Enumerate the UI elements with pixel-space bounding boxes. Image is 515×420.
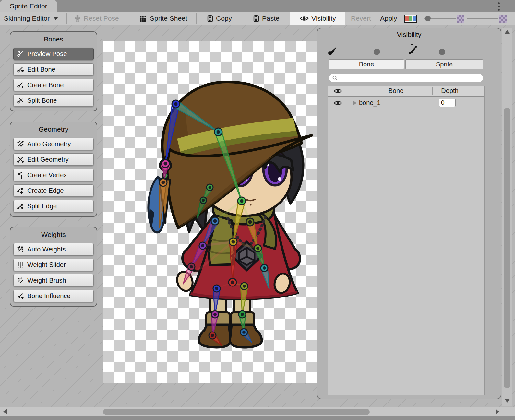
split-edge-label: Split Edge: [27, 203, 57, 210]
opacity-slider-2-track[interactable]: [467, 18, 498, 19]
bone-influence-button[interactable]: Bone Influence: [13, 290, 94, 302]
color-swatch-button[interactable]: [404, 15, 417, 23]
depth-input[interactable]: [439, 99, 456, 107]
sprite-sheet-label: Sprite Sheet: [150, 15, 187, 22]
tab-sprite[interactable]: Sprite: [405, 59, 483, 69]
weights-panel-title: Weights: [10, 229, 97, 240]
auto-geometry-button[interactable]: Auto Geometry: [13, 138, 94, 150]
create-vertex-icon: [17, 171, 24, 179]
revert-button[interactable]: Revert: [351, 12, 371, 25]
vertical-scrollbar[interactable]: [502, 28, 512, 406]
eye-icon: [300, 15, 309, 22]
bone-influence-label: Bone Influence: [27, 292, 70, 300]
scroll-left-icon[interactable]: [3, 409, 7, 414]
expander-triangle-icon[interactable]: [353, 100, 356, 106]
column-depth[interactable]: Depth: [437, 87, 463, 95]
scroll-right-icon[interactable]: [496, 409, 499, 414]
create-vertex-button[interactable]: Create Vertex: [13, 169, 94, 181]
edit-bone-button[interactable]: Edit Bone: [13, 63, 94, 76]
visibility-panel-title: Visibility: [317, 31, 501, 39]
bone-opacity-slider-track[interactable]: [341, 52, 400, 52]
tab-title: Sprite Editor: [10, 2, 47, 10]
chevron-down-icon: [54, 17, 58, 20]
create-edge-button[interactable]: Create Edge: [13, 184, 94, 197]
paste-icon: [253, 15, 259, 22]
toolbar-separator: [130, 13, 130, 24]
bone-opacity-icon: [327, 44, 339, 56]
preview-pose-button[interactable]: Preview Pose: [13, 48, 94, 60]
split-bone-icon: [17, 97, 24, 104]
vertical-scrollbar-thumb[interactable]: [504, 108, 510, 388]
edit-bone-icon: [17, 66, 24, 73]
create-bone-button[interactable]: Create Bone: [13, 79, 94, 91]
horizontal-scrollbar[interactable]: [0, 407, 515, 416]
weights-panel: Weights Auto Weights Weight Slider Weigh…: [10, 227, 97, 307]
weight-brush-button[interactable]: Weight Brush: [13, 274, 94, 286]
tab-bone-label: Bone: [359, 61, 374, 68]
auto-geometry-icon: [17, 140, 24, 147]
weight-slider-button[interactable]: Weight Slider: [13, 259, 94, 271]
visibility-toggle-button[interactable]: Visibility: [290, 12, 345, 25]
editor-workspace: Bones Preview Pose Edit Bone Create Bone…: [0, 25, 515, 407]
edit-bone-label: Edit Bone: [27, 66, 55, 73]
mannequin-icon: [74, 15, 81, 22]
mesh-opacity-icon: [407, 44, 419, 56]
paste-label: Paste: [262, 15, 280, 22]
bones-panel: Bones Preview Pose Edit Bone Create Bone…: [10, 31, 97, 111]
auto-weights-button[interactable]: Auto Weights: [13, 243, 94, 255]
window-tab-strip: Sprite Editor: [0, 0, 515, 12]
create-edge-label: Create Edge: [27, 187, 64, 194]
column-bone[interactable]: Bone: [367, 87, 425, 95]
bone-name[interactable]: bone_1: [359, 99, 381, 107]
toolbar-separator: [196, 13, 197, 24]
table-row[interactable]: bone_1: [328, 97, 484, 109]
tab-bone[interactable]: Bone: [329, 59, 404, 69]
apply-label: Apply: [380, 15, 397, 22]
bone-influence-icon: [17, 292, 24, 299]
split-bone-button[interactable]: Split Bone: [13, 94, 94, 107]
table-header: Bone Depth: [328, 86, 484, 97]
search-icon: [332, 75, 338, 81]
row-visibility-eye-icon[interactable]: [334, 100, 342, 106]
alpha-checker-icon: [457, 15, 464, 23]
mode-dropdown[interactable]: Skinning Editor: [4, 12, 58, 25]
copy-label: Copy: [216, 15, 232, 22]
bones-panel-title: Bones: [10, 34, 97, 44]
search-input[interactable]: [329, 74, 483, 82]
window-bottom-edge: [0, 416, 515, 420]
split-edge-button[interactable]: Split Edge: [13, 200, 94, 212]
scroll-up-icon[interactable]: [505, 30, 510, 34]
reset-pose-label: Reset Pose: [84, 15, 119, 22]
visibility-label: Visibility: [311, 15, 336, 22]
scroll-down-icon[interactable]: [505, 399, 510, 402]
edit-geometry-icon: [17, 156, 24, 163]
weight-brush-icon: [17, 277, 24, 284]
split-edge-icon: [17, 203, 24, 210]
toolbar: Skinning Editor Reset Pose Sprite Sheet …: [0, 12, 515, 25]
create-bone-icon: [17, 81, 24, 88]
create-vertex-label: Create Vertex: [27, 171, 67, 179]
toolbar-separator: [66, 13, 67, 24]
copy-button[interactable]: Copy: [207, 12, 232, 25]
paste-button[interactable]: Paste: [253, 12, 280, 25]
reset-pose-button[interactable]: Reset Pose: [74, 12, 119, 25]
bone-opacity-slider-knob[interactable]: [374, 49, 380, 55]
edit-geometry-button[interactable]: Edit Geometry: [13, 153, 94, 166]
eye-column-icon[interactable]: [334, 88, 342, 94]
weight-brush-label: Weight Brush: [27, 277, 66, 284]
sprite-editor-window: Sprite Editor Skinning Editor Reset Pose…: [0, 0, 515, 420]
mesh-opacity-slider-knob[interactable]: [439, 49, 445, 55]
horizontal-scrollbar-thumb[interactable]: [103, 409, 370, 415]
sprite-sheet-icon: [139, 15, 147, 22]
revert-label: Revert: [351, 15, 371, 22]
tab-sprite-editor[interactable]: Sprite Editor: [0, 0, 57, 12]
opacity-slider-1-knob[interactable]: [425, 16, 431, 21]
geometry-panel-title: Geometry: [10, 124, 97, 134]
create-bone-label: Create Bone: [27, 81, 64, 89]
window-menu-kebab-icon[interactable]: [497, 2, 501, 11]
apply-button[interactable]: Apply: [380, 12, 397, 25]
sprite-sheet-button[interactable]: Sprite Sheet: [139, 12, 187, 25]
split-bone-label: Split Bone: [27, 97, 57, 104]
mesh-opacity-slider-track[interactable]: [421, 52, 478, 52]
sprite-canvas[interactable]: [103, 41, 317, 383]
